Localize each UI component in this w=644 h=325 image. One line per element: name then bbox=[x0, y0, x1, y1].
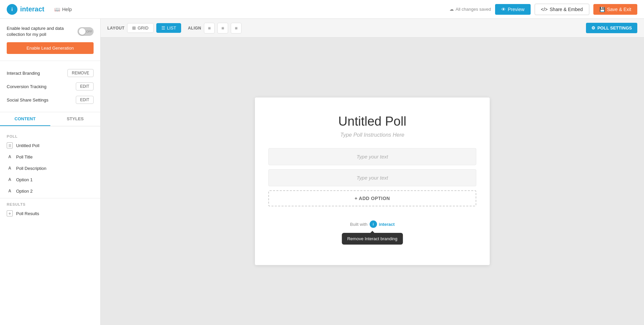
poll-option-1[interactable]: Type your text bbox=[268, 148, 476, 165]
option1-icon: A bbox=[7, 177, 13, 183]
main-layout: Enable lead capture and data collection … bbox=[0, 19, 644, 325]
branding-tooltip: Remove Interact branding bbox=[342, 233, 403, 245]
title-icon: A bbox=[7, 154, 13, 160]
code-icon: </> bbox=[541, 7, 548, 12]
align-left-icon: ≡ bbox=[208, 25, 211, 31]
tree-item-poll-results[interactable]: + Poll Results bbox=[0, 208, 100, 219]
preview-button[interactable]: 👁 Preview bbox=[495, 4, 531, 15]
conversion-edit-button[interactable]: EDIT bbox=[76, 82, 94, 90]
grid-icon: ⊞ bbox=[132, 25, 136, 30]
poll-settings-button[interactable]: ⚙ POLL SETTINGS bbox=[586, 23, 637, 33]
enable-lead-gen-button[interactable]: Enable Lead Generation bbox=[7, 42, 94, 54]
sidebar-tabs: CONTENT STYLES bbox=[0, 112, 100, 126]
layout-label: LAYOUT bbox=[107, 26, 124, 30]
social-label: Social Share Settings bbox=[7, 97, 48, 103]
poll-instructions[interactable]: Type Poll Instructions Here bbox=[340, 132, 405, 138]
align-right-button[interactable]: ≡ bbox=[231, 23, 241, 34]
nav-left: i interact 📖 Help bbox=[7, 4, 72, 15]
interact-small-logo: i bbox=[370, 220, 377, 228]
align-center-icon: ≡ bbox=[221, 25, 224, 31]
nav-right: ☁ All changes saved 👁 Preview </> Share … bbox=[449, 4, 637, 15]
saved-status: ☁ All changes saved bbox=[449, 7, 491, 12]
share-embed-button[interactable]: </> Share & Embed bbox=[535, 4, 589, 15]
results-icon: + bbox=[7, 210, 13, 216]
tree-item-poll-title[interactable]: A Poll Title bbox=[0, 151, 100, 162]
logo-icon: i bbox=[7, 4, 17, 15]
tree-item-option-1[interactable]: A Option 1 bbox=[0, 174, 100, 185]
gear-icon: ⚙ bbox=[591, 25, 595, 30]
floppy-icon: 💾 bbox=[599, 7, 605, 12]
tree-item-label: Option 2 bbox=[16, 189, 33, 194]
tree-item-label: Poll Description bbox=[16, 166, 46, 171]
align-label: ALIGN bbox=[188, 26, 201, 30]
align-center-button[interactable]: ≡ bbox=[217, 23, 228, 34]
list-layout-button[interactable]: ☰ LIST bbox=[156, 23, 181, 33]
tab-styles[interactable]: STYLES bbox=[50, 112, 101, 126]
top-navigation: i interact 📖 Help ☁ All changes saved 👁 … bbox=[0, 0, 644, 19]
sidebar-settings-section: Interact Branding REMOVE Conversion Trac… bbox=[0, 61, 100, 112]
branding-remove-button[interactable]: REMOVE bbox=[67, 69, 94, 77]
sidebar-top-section: Enable lead capture and data collection … bbox=[0, 19, 100, 61]
branding-label: Interact Branding bbox=[7, 71, 40, 76]
align-left-button[interactable]: ≡ bbox=[204, 23, 215, 34]
lead-capture-toggle[interactable] bbox=[77, 27, 94, 36]
help-link[interactable]: 📖 Help bbox=[54, 7, 72, 12]
eye-icon: 👁 bbox=[501, 7, 506, 12]
tab-content[interactable]: CONTENT bbox=[0, 112, 50, 126]
built-with-section[interactable]: Built with i interact Remove Interact br… bbox=[350, 220, 395, 228]
poll-title[interactable]: Untitled Poll bbox=[338, 114, 407, 129]
option2-icon: A bbox=[7, 188, 13, 194]
poll-canvas: Untitled Poll Type Poll Instructions Her… bbox=[255, 97, 490, 265]
tree-divider bbox=[0, 198, 100, 198]
poll-tree: POLL ☰ Untitled Poll A Poll Title A Poll… bbox=[0, 126, 100, 325]
tree-section-poll: POLL bbox=[0, 132, 100, 140]
tree-item-label: Poll Title bbox=[16, 154, 33, 159]
align-group: ALIGN ≡ ≡ ≡ bbox=[188, 23, 241, 34]
tree-item-poll-description[interactable]: A Poll Description bbox=[0, 162, 100, 174]
tree-item-option-2[interactable]: A Option 2 bbox=[0, 185, 100, 197]
branding-row: Interact Branding REMOVE bbox=[7, 66, 94, 80]
option1-placeholder: Type your text bbox=[357, 154, 388, 159]
layout-group: LAYOUT ⊞ GRID ☰ LIST bbox=[107, 23, 181, 33]
book-icon: 📖 bbox=[54, 7, 60, 12]
interact-brand-name: interact bbox=[379, 222, 395, 227]
grid-layout-button[interactable]: ⊞ GRID bbox=[127, 23, 154, 33]
toolbar: LAYOUT ⊞ GRID ☰ LIST ALIGN ≡ ≡ bbox=[101, 19, 644, 38]
tree-item-untitled-poll[interactable]: ☰ Untitled Poll bbox=[0, 140, 100, 151]
logo-text: interact bbox=[20, 5, 44, 13]
tree-item-label: Poll Results bbox=[16, 211, 39, 216]
sidebar: Enable lead capture and data collection … bbox=[0, 19, 101, 325]
tree-item-label: Untitled Poll bbox=[16, 143, 39, 148]
logo[interactable]: i interact bbox=[7, 4, 44, 15]
lead-capture-text: Enable lead capture and data collection … bbox=[7, 25, 67, 38]
add-option-button[interactable]: + ADD OPTION bbox=[268, 190, 476, 206]
list-icon: ☰ bbox=[161, 25, 165, 30]
tree-section-results: RESULTS bbox=[0, 200, 100, 208]
desc-icon: A bbox=[7, 165, 13, 171]
lead-capture-row: Enable lead capture and data collection … bbox=[7, 25, 94, 38]
social-edit-button[interactable]: EDIT bbox=[76, 96, 94, 104]
help-label: Help bbox=[62, 7, 72, 12]
option2-placeholder: Type your text bbox=[357, 175, 388, 181]
cloud-icon: ☁ bbox=[449, 7, 454, 12]
poll-option-2[interactable]: Type your text bbox=[268, 169, 476, 186]
built-with-label: Built with bbox=[350, 222, 368, 227]
align-right-icon: ≡ bbox=[235, 25, 237, 31]
toggle-knob bbox=[79, 28, 86, 35]
conversion-label: Conversion Tracking bbox=[7, 84, 47, 89]
canvas-area: Untitled Poll Type Poll Instructions Her… bbox=[101, 38, 644, 325]
poll-icon: ☰ bbox=[7, 142, 13, 148]
save-exit-button[interactable]: 💾 Save & Exit bbox=[593, 4, 637, 15]
conversion-row: Conversion Tracking EDIT bbox=[7, 80, 94, 93]
tree-item-label: Option 1 bbox=[16, 177, 33, 182]
main-content: LAYOUT ⊞ GRID ☰ LIST ALIGN ≡ ≡ bbox=[101, 19, 644, 325]
social-row: Social Share Settings EDIT bbox=[7, 93, 94, 107]
